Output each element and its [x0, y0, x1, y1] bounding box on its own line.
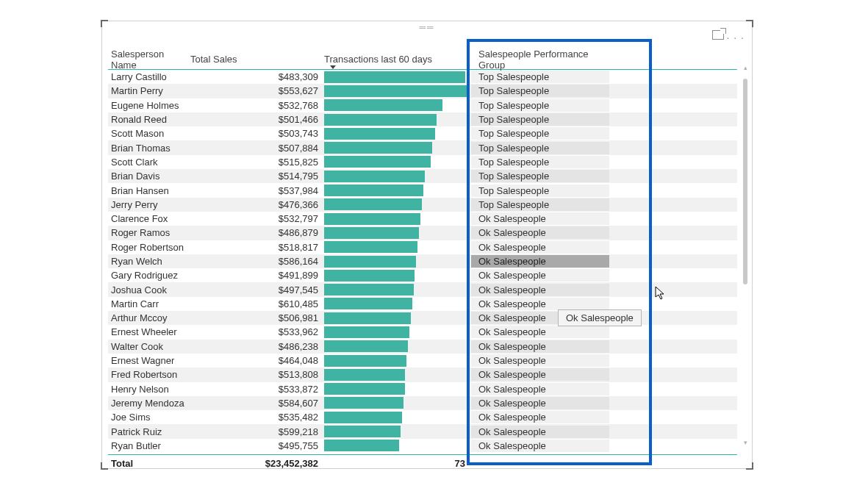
cell-sales: $532,797	[240, 213, 324, 224]
resize-handle-tr[interactable]	[746, 20, 753, 27]
cell-transactions-bar	[324, 255, 468, 268]
cell-name: Ernest Wheeler	[108, 326, 240, 337]
table-row[interactable]: Roger Robertson$518,817Ok Salespeople	[108, 240, 737, 254]
cell-transactions-bar	[324, 127, 468, 140]
resize-handle-br[interactable]	[746, 462, 753, 470]
focus-mode-icon[interactable]	[712, 30, 724, 40]
table-row[interactable]: Patrick Ruiz$599,218Ok Salespeople	[108, 424, 737, 438]
cell-transactions-bar	[324, 383, 468, 395]
cell-transactions-bar	[324, 198, 468, 211]
table-row[interactable]: Brian Thomas$507,884Top Salespeople	[108, 140, 737, 154]
header-performance-group[interactable]: Salespeople Performance Group	[471, 49, 611, 71]
cell-transactions-bar	[324, 71, 468, 83]
cell-transactions-bar	[324, 212, 468, 225]
cell-group: Ok Salespeople	[471, 368, 609, 381]
cell-group: Top Salespeople	[471, 184, 609, 197]
cell-sales: $535,482	[240, 412, 324, 423]
table-row[interactable]: Fred Robertson$513,808Ok Salespeople	[108, 368, 737, 381]
cell-name: Roger Robertson	[108, 242, 240, 253]
table-row[interactable]: Scott Mason$503,743Top Salespeople	[108, 126, 737, 140]
cell-name: Scott Clark	[108, 157, 240, 168]
cell-transactions-bar	[324, 426, 468, 438]
cell-sales: $586,164	[240, 256, 324, 267]
cell-group: Ok Salespeople	[471, 326, 609, 338]
cell-transactions-bar	[324, 142, 468, 154]
table-row[interactable]: Ronald Reed$501,466Top Salespeople	[108, 112, 737, 126]
table-row[interactable]: Ryan Welch$586,164Ok Salespeople	[108, 254, 737, 268]
cell-transactions-bar	[324, 440, 468, 452]
cell-sales: $532,768	[240, 100, 324, 111]
cell-transactions-bar	[324, 184, 468, 197]
table-row[interactable]: Gary Rodriguez$491,899Ok Salespeople	[108, 268, 737, 282]
table-row[interactable]: Joshua Cook$497,545Ok Salespeople	[108, 282, 737, 296]
cell-transactions-bar	[324, 170, 468, 182]
resize-handle-tl[interactable]	[101, 20, 108, 27]
table-row[interactable]: Ryan Butler$495,755Ok Salespeople	[108, 439, 737, 453]
header-transactions[interactable]: Transactions last 60 days	[324, 54, 471, 65]
cell-name: Jeremy Mendoza	[108, 398, 240, 409]
table-row[interactable]: Martin Carr$610,485Ok Salespeople	[108, 297, 737, 311]
total-transactions: 73	[324, 458, 468, 469]
table-row[interactable]: Ernest Wheeler$533,962Ok Salespeople	[108, 325, 737, 339]
cell-group: Ok Salespeople	[471, 354, 609, 367]
resize-handle-bl[interactable]	[101, 462, 108, 470]
cell-transactions-bar	[324, 99, 468, 112]
table-row[interactable]: Joe Sims$535,482Ok Salespeople	[108, 410, 737, 424]
scroll-up-icon[interactable]: ▴	[742, 64, 749, 71]
cell-name: Clarence Fox	[108, 213, 240, 224]
table-row[interactable]: Scott Clark$515,825Top Salespeople	[108, 155, 737, 169]
cell-sales: $486,238	[240, 341, 324, 352]
cell-group: Ok Salespeople	[471, 411, 609, 423]
table-row[interactable]: Ernest Wagner$464,048Ok Salespeople	[108, 354, 737, 368]
table-row[interactable]: Larry Castillo$483,309Top Salespeople	[108, 70, 737, 84]
cell-transactions-bar	[324, 354, 468, 367]
cell-transactions-bar	[324, 226, 468, 239]
cell-sales: $495,755	[240, 440, 324, 451]
table-header[interactable]: Salesperson Name Total Sales Transaction…	[108, 49, 737, 70]
cell-name: Ronald Reed	[108, 114, 240, 125]
cell-group: Ok Salespeople	[471, 212, 609, 225]
cell-name: Walter Cook	[108, 341, 240, 352]
more-options-icon[interactable]: · · ·	[727, 32, 745, 43]
cell-name: Brian Davis	[108, 171, 240, 182]
table-row[interactable]: Jerry Perry$476,366Top Salespeople	[108, 198, 737, 212]
table-row[interactable]: Martin Perry$553,627Top Salespeople	[108, 84, 737, 98]
table-row[interactable]: Brian Hansen$537,984Top Salespeople	[108, 183, 737, 197]
cell-sales: $513,808	[240, 369, 324, 380]
cell-name: Arthur Mccoy	[108, 312, 240, 323]
cell-group: Top Salespeople	[471, 113, 609, 126]
cell-transactions-bar	[324, 397, 468, 409]
visual-container[interactable]: ══ · · · ▴ ▾ Salesperson Name Total Sale…	[101, 21, 753, 469]
scrollbar[interactable]: ▴ ▾	[742, 64, 749, 446]
cell-name: Martin Carr	[108, 298, 240, 309]
cell-group: Ok Salespeople	[471, 340, 609, 353]
header-salesperson-name[interactable]: Salesperson Name	[108, 49, 190, 71]
table-row[interactable]: Roger Ramos$486,879Ok Salespeople	[108, 226, 737, 240]
cell-name: Larry Castillo	[108, 71, 240, 82]
cell-group: Ok Salespeople	[471, 269, 609, 282]
scroll-down-icon[interactable]: ▾	[742, 439, 749, 446]
cell-group: Top Salespeople	[471, 156, 609, 168]
drag-handle-icon[interactable]: ══	[419, 26, 434, 29]
cell-transactions-bar	[324, 269, 468, 282]
table-row[interactable]: Walter Cook$486,238Ok Salespeople	[108, 340, 737, 354]
table-row[interactable]: Brian Davis$514,795Top Salespeople	[108, 169, 737, 183]
cell-name: Brian Thomas	[108, 143, 240, 154]
cell-transactions-bar	[324, 340, 468, 353]
cell-sales: $518,817	[240, 242, 324, 253]
cell-group: Ok Salespeople	[471, 440, 609, 452]
table-row[interactable]: Arthur Mccoy$506,981Ok Salespeople	[108, 311, 737, 325]
cell-sales: $599,218	[240, 426, 324, 437]
table-row[interactable]: Henry Nelson$533,872Ok Salespeople	[108, 382, 737, 396]
table-row[interactable]: Jeremy Mendoza$584,607Ok Salespeople	[108, 396, 737, 410]
cell-sales: $503,743	[240, 128, 324, 139]
cell-group: Ok Salespeople	[471, 298, 609, 310]
scroll-thumb[interactable]	[743, 79, 747, 284]
header-total-sales[interactable]: Total Sales	[190, 54, 324, 65]
cell-group: Ok Salespeople	[471, 255, 609, 268]
table-row[interactable]: Clarence Fox$532,797Ok Salespeople	[108, 212, 737, 226]
cell-group: Ok Salespeople	[471, 241, 609, 254]
cell-sales: $506,981	[240, 312, 324, 323]
cell-sales: $483,309	[240, 71, 324, 82]
table-row[interactable]: Eugene Holmes$532,768Top Salespeople	[108, 98, 737, 112]
